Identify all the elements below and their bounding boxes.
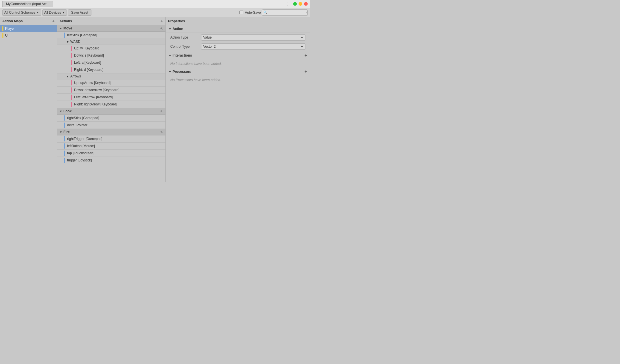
move-add-btn[interactable]: +. xyxy=(160,26,163,30)
processors-section-header[interactable]: ▼ Processors + xyxy=(166,67,310,76)
title-tab[interactable]: MyGameActions (Input Act... xyxy=(2,1,53,7)
control-type-dropdown[interactable]: Vector 2 ▼ xyxy=(201,43,305,50)
control-type-label: Control Type xyxy=(170,45,199,49)
properties-header: Properties xyxy=(166,17,310,25)
binding-up-arrow[interactable]: Up: upArrow [Keyboard] xyxy=(57,79,165,87)
look-add-btn[interactable]: +. xyxy=(160,109,163,113)
binding-delta[interactable]: delta [Pointer] xyxy=(57,122,165,129)
fire-chevron: ▼ xyxy=(59,131,62,134)
player-label: Player xyxy=(5,27,15,31)
action-maps-title: Action Maps xyxy=(2,19,23,23)
save-asset-button[interactable]: Save Asset xyxy=(68,9,91,16)
wasd-chevron: ▼ xyxy=(66,40,69,43)
actions-header: Actions + xyxy=(57,17,165,25)
binding-right-arrow[interactable]: Right: rightArrow [Keyboard] xyxy=(57,101,165,108)
subgroup-wasd[interactable]: ▼ WASD xyxy=(57,39,165,45)
interactions-chevron: ▼ xyxy=(169,54,171,57)
maximize-button[interactable] xyxy=(293,2,297,6)
action-group-fire[interactable]: ▼ Fire +. xyxy=(57,129,165,135)
tap-color xyxy=(64,151,65,156)
toolbar: All Control Schemes ▼ All Devices ▼ Save… xyxy=(0,8,310,17)
look-chevron: ▼ xyxy=(59,110,62,113)
trigger-color xyxy=(64,158,65,163)
leftStick-color xyxy=(64,33,65,38)
down-arrow-color xyxy=(71,87,72,93)
interactions-section-header[interactable]: ▼ Interactions + xyxy=(166,51,310,60)
properties-panel: Properties ▼ Action Action Type Value ▼ … xyxy=(166,17,310,182)
move-label: Move xyxy=(63,26,72,30)
minimize-button[interactable] xyxy=(299,2,302,6)
add-interaction-button[interactable]: + xyxy=(305,53,307,58)
close-button[interactable] xyxy=(304,2,308,6)
arrows-chevron: ▼ xyxy=(66,75,69,78)
control-schemes-label: All Control Schemes xyxy=(4,11,35,15)
devices-arrow: ▼ xyxy=(62,11,65,14)
action-type-label: Action Type xyxy=(170,35,199,39)
binding-down-s[interactable]: Down: s [Keyboard] xyxy=(57,52,165,59)
action-section-chevron: ▼ xyxy=(169,27,171,31)
action-map-item-player[interactable]: Player xyxy=(0,25,57,32)
binding-left-a[interactable]: Left: a [Keyboard] xyxy=(57,59,165,66)
action-section-title: Action xyxy=(173,27,183,31)
binding-leftButton[interactable]: leftButton [Mouse] xyxy=(57,143,165,150)
control-type-value: Vector 2 xyxy=(203,45,216,49)
binding-rightTrigger[interactable]: rightTrigger [Gamepad] xyxy=(57,135,165,143)
binding-leftStick[interactable]: leftStick [Gamepad] xyxy=(57,32,165,39)
action-list: ▼ Move +. leftStick [Gamepad] ▼ WASD Up:… xyxy=(57,25,165,182)
binding-trigger[interactable]: trigger [Joystick] xyxy=(57,157,165,164)
autosave-label: Auto-Save xyxy=(245,11,261,15)
leftButton-color xyxy=(64,143,65,149)
action-maps-list: Player UI xyxy=(0,25,57,39)
delta-color xyxy=(64,123,65,128)
right-arrow-color xyxy=(71,102,72,107)
control-type-row: Control Type Vector 2 ▼ xyxy=(166,42,310,51)
add-action-map-button[interactable]: + xyxy=(52,19,55,23)
action-type-value: Value xyxy=(203,35,212,39)
fire-label: Fire xyxy=(63,130,70,134)
action-type-arrow: ▼ xyxy=(301,36,303,39)
search-clear-button[interactable]: ✕ xyxy=(305,11,308,15)
search-box[interactable]: 🔍 ✕ xyxy=(262,9,308,16)
player-color-bar xyxy=(2,26,3,31)
processors-empty: No Processors have been added. xyxy=(166,76,310,84)
search-icon: 🔍 xyxy=(263,11,267,14)
subgroup-arrows[interactable]: ▼ Arrows xyxy=(57,73,165,79)
rightStick-color xyxy=(64,115,65,121)
add-processor-button[interactable]: + xyxy=(305,69,307,74)
add-action-button[interactable]: + xyxy=(161,19,163,23)
interactions-title: Interactions xyxy=(173,53,192,57)
binding-rightStick[interactable]: rightStick [Gamepad] xyxy=(57,115,165,122)
control-type-arrow: ▼ xyxy=(301,45,303,48)
left-a-color xyxy=(71,60,72,65)
action-group-look[interactable]: ▼ Look +. xyxy=(57,108,165,115)
actions-title: Actions xyxy=(59,19,72,23)
action-map-item-ui[interactable]: UI xyxy=(0,32,57,39)
binding-tap[interactable]: tap [Touchscreen] xyxy=(57,150,165,157)
devices-dropdown[interactable]: All Devices ▼ xyxy=(42,9,67,16)
binding-up-w[interactable]: Up: w [Keyboard] xyxy=(57,45,165,52)
left-arrow-color xyxy=(71,95,72,100)
control-schemes-arrow: ▼ xyxy=(37,11,39,14)
window-menu-icon[interactable]: ⋮ xyxy=(285,2,289,6)
action-type-row: Action Type Value ▼ xyxy=(166,33,310,42)
rightTrigger-color xyxy=(64,136,65,141)
title-bar: MyGameActions (Input Act... ⋮ xyxy=(0,0,310,8)
up-w-color xyxy=(71,46,72,51)
autosave-checkbox[interactable] xyxy=(239,11,243,14)
interactions-empty: No Interactions have been added. xyxy=(166,60,310,67)
binding-left-arrow[interactable]: Left: leftArrow [Keyboard] xyxy=(57,94,165,101)
fire-add-btn[interactable]: +. xyxy=(160,130,163,134)
action-group-move[interactable]: ▼ Move +. xyxy=(57,25,165,32)
processors-title: Processors xyxy=(173,70,191,74)
binding-right-d[interactable]: Right: d [Keyboard] xyxy=(57,66,165,73)
search-input[interactable] xyxy=(268,11,305,15)
actions-panel: Actions + ▼ Move +. leftStick [Gamepad] … xyxy=(57,17,166,182)
action-section-header[interactable]: ▼ Action xyxy=(166,25,310,33)
up-arrow-color xyxy=(71,80,72,85)
binding-down-arrow[interactable]: Down: downArrow [Keyboard] xyxy=(57,87,165,94)
control-schemes-dropdown[interactable]: All Control Schemes ▼ xyxy=(2,9,41,16)
action-type-dropdown[interactable]: Value ▼ xyxy=(201,34,305,41)
ui-label: UI xyxy=(5,33,9,37)
down-s-color xyxy=(71,53,72,58)
look-label: Look xyxy=(63,109,72,113)
